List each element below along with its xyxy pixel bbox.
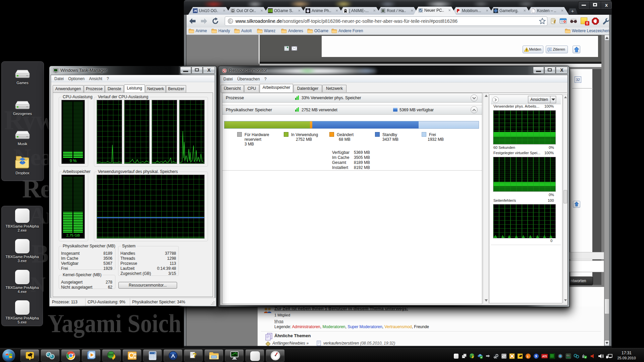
- svg-text:i: i: [527, 354, 528, 358]
- svg-text:ATI: ATI: [542, 355, 547, 358]
- svg-text:G1: G1: [567, 354, 570, 357]
- svg-text:?: ?: [193, 352, 197, 359]
